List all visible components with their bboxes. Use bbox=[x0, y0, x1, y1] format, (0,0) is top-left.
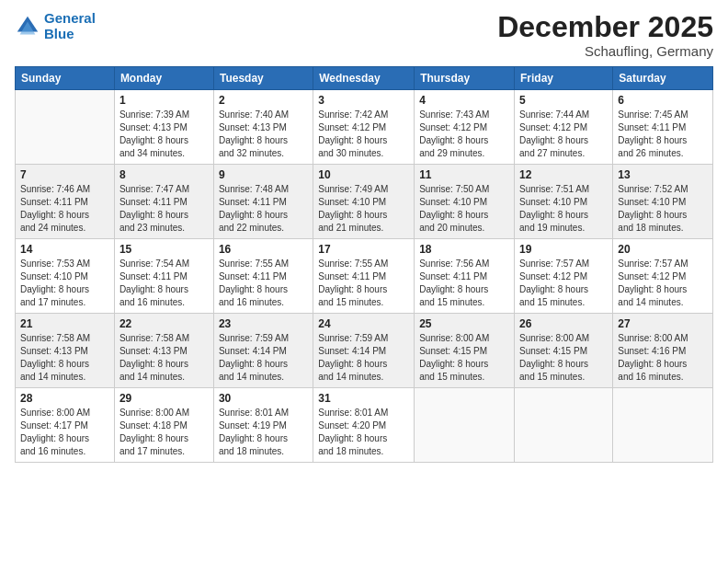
day-info: Sunrise: 7:47 AM Sunset: 4:11 PM Dayligh… bbox=[119, 183, 209, 235]
day-number: 14 bbox=[20, 243, 109, 256]
day-info: Sunrise: 8:00 AM Sunset: 4:17 PM Dayligh… bbox=[20, 407, 109, 458]
day-number: 4 bbox=[419, 94, 509, 107]
day-info: Sunrise: 7:57 AM Sunset: 4:12 PM Dayligh… bbox=[519, 258, 608, 309]
day-info: Sunrise: 7:48 AM Sunset: 4:11 PM Dayligh… bbox=[219, 183, 308, 235]
day-cell: 22Sunrise: 7:58 AM Sunset: 4:13 PM Dayli… bbox=[114, 314, 213, 388]
day-cell: 10Sunrise: 7:49 AM Sunset: 4:10 PM Dayli… bbox=[313, 165, 415, 239]
day-info: Sunrise: 7:55 AM Sunset: 4:11 PM Dayligh… bbox=[318, 258, 409, 309]
day-number: 2 bbox=[219, 94, 308, 107]
day-number: 24 bbox=[318, 317, 409, 330]
day-info: Sunrise: 7:55 AM Sunset: 4:11 PM Dayligh… bbox=[219, 258, 308, 309]
day-cell: 26Sunrise: 8:00 AM Sunset: 4:15 PM Dayli… bbox=[515, 314, 613, 388]
logo-text: General Blue bbox=[44, 11, 96, 41]
day-header-monday: Monday bbox=[114, 67, 213, 90]
day-info: Sunrise: 7:56 AM Sunset: 4:11 PM Dayligh… bbox=[419, 258, 509, 309]
day-info: Sunrise: 7:58 AM Sunset: 4:13 PM Dayligh… bbox=[20, 332, 109, 384]
day-info: Sunrise: 7:49 AM Sunset: 4:10 PM Dayligh… bbox=[318, 183, 409, 235]
day-info: Sunrise: 8:00 AM Sunset: 4:16 PM Dayligh… bbox=[618, 332, 708, 384]
day-header-thursday: Thursday bbox=[415, 67, 515, 90]
day-cell: 17Sunrise: 7:55 AM Sunset: 4:11 PM Dayli… bbox=[313, 239, 415, 314]
day-cell bbox=[16, 90, 115, 165]
day-number: 31 bbox=[318, 392, 409, 405]
day-info: Sunrise: 7:53 AM Sunset: 4:10 PM Dayligh… bbox=[20, 258, 109, 309]
day-info: Sunrise: 7:51 AM Sunset: 4:10 PM Dayligh… bbox=[519, 183, 608, 235]
day-cell: 5Sunrise: 7:44 AM Sunset: 4:12 PM Daylig… bbox=[515, 90, 613, 165]
day-info: Sunrise: 8:00 AM Sunset: 4:18 PM Dayligh… bbox=[119, 407, 209, 458]
logo: General Blue bbox=[15, 11, 96, 41]
day-cell: 3Sunrise: 7:42 AM Sunset: 4:12 PM Daylig… bbox=[313, 90, 415, 165]
day-number: 20 bbox=[618, 243, 708, 256]
day-info: Sunrise: 7:42 AM Sunset: 4:12 PM Dayligh… bbox=[318, 109, 409, 160]
day-info: Sunrise: 8:01 AM Sunset: 4:20 PM Dayligh… bbox=[318, 407, 409, 458]
day-cell: 1Sunrise: 7:39 AM Sunset: 4:13 PM Daylig… bbox=[114, 90, 213, 165]
day-number: 15 bbox=[119, 243, 209, 256]
day-cell: 24Sunrise: 7:59 AM Sunset: 4:14 PM Dayli… bbox=[313, 314, 415, 388]
week-row-2: 7Sunrise: 7:46 AM Sunset: 4:11 PM Daylig… bbox=[16, 165, 713, 239]
day-cell: 13Sunrise: 7:52 AM Sunset: 4:10 PM Dayli… bbox=[613, 165, 713, 239]
day-number: 25 bbox=[419, 317, 509, 330]
day-number: 6 bbox=[618, 94, 708, 107]
day-cell bbox=[415, 388, 515, 463]
day-number: 13 bbox=[618, 168, 708, 181]
week-row-1: 1Sunrise: 7:39 AM Sunset: 4:13 PM Daylig… bbox=[16, 90, 713, 165]
day-number: 26 bbox=[519, 317, 608, 330]
day-header-saturday: Saturday bbox=[613, 67, 713, 90]
day-header-wednesday: Wednesday bbox=[313, 67, 415, 90]
day-info: Sunrise: 7:59 AM Sunset: 4:14 PM Dayligh… bbox=[219, 332, 308, 384]
day-cell: 15Sunrise: 7:54 AM Sunset: 4:11 PM Dayli… bbox=[114, 239, 213, 314]
day-header-sunday: Sunday bbox=[16, 67, 115, 90]
day-cell bbox=[613, 388, 713, 463]
day-number: 19 bbox=[519, 243, 608, 256]
day-cell: 31Sunrise: 8:01 AM Sunset: 4:20 PM Dayli… bbox=[313, 388, 415, 463]
day-number: 27 bbox=[618, 317, 708, 330]
day-number: 10 bbox=[318, 168, 409, 181]
day-info: Sunrise: 8:00 AM Sunset: 4:15 PM Dayligh… bbox=[519, 332, 608, 384]
day-number: 5 bbox=[519, 94, 608, 107]
day-cell: 19Sunrise: 7:57 AM Sunset: 4:12 PM Dayli… bbox=[515, 239, 613, 314]
logo-icon bbox=[15, 14, 40, 40]
day-info: Sunrise: 8:00 AM Sunset: 4:15 PM Dayligh… bbox=[419, 332, 509, 384]
day-number: 18 bbox=[419, 243, 509, 256]
day-cell: 18Sunrise: 7:56 AM Sunset: 4:11 PM Dayli… bbox=[415, 239, 515, 314]
day-number: 1 bbox=[119, 94, 209, 107]
day-cell: 7Sunrise: 7:46 AM Sunset: 4:11 PM Daylig… bbox=[16, 165, 115, 239]
day-number: 12 bbox=[519, 168, 608, 181]
day-info: Sunrise: 7:43 AM Sunset: 4:12 PM Dayligh… bbox=[419, 109, 509, 160]
day-cell: 30Sunrise: 8:01 AM Sunset: 4:19 PM Dayli… bbox=[213, 388, 313, 463]
month-title: December 2025 bbox=[497, 11, 713, 43]
day-info: Sunrise: 7:39 AM Sunset: 4:13 PM Dayligh… bbox=[119, 109, 209, 160]
day-number: 9 bbox=[219, 168, 308, 181]
title-block: December 2025 Schaufling, Germany bbox=[497, 11, 713, 59]
day-cell: 2Sunrise: 7:40 AM Sunset: 4:13 PM Daylig… bbox=[213, 90, 313, 165]
day-number: 8 bbox=[119, 168, 209, 181]
day-info: Sunrise: 7:40 AM Sunset: 4:13 PM Dayligh… bbox=[219, 109, 308, 160]
day-cell: 9Sunrise: 7:48 AM Sunset: 4:11 PM Daylig… bbox=[213, 165, 313, 239]
day-info: Sunrise: 7:57 AM Sunset: 4:12 PM Dayligh… bbox=[618, 258, 708, 309]
calendar-header-row: SundayMondayTuesdayWednesdayThursdayFrid… bbox=[16, 67, 713, 90]
day-cell bbox=[515, 388, 613, 463]
day-info: Sunrise: 7:52 AM Sunset: 4:10 PM Dayligh… bbox=[618, 183, 708, 235]
day-cell: 28Sunrise: 8:00 AM Sunset: 4:17 PM Dayli… bbox=[16, 388, 115, 463]
page: General Blue December 2025 Schaufling, G… bbox=[0, 0, 728, 563]
header: General Blue December 2025 Schaufling, G… bbox=[15, 11, 713, 59]
day-cell: 29Sunrise: 8:00 AM Sunset: 4:18 PM Dayli… bbox=[114, 388, 213, 463]
week-row-5: 28Sunrise: 8:00 AM Sunset: 4:17 PM Dayli… bbox=[16, 388, 713, 463]
day-number: 16 bbox=[219, 243, 308, 256]
day-number: 11 bbox=[419, 168, 509, 181]
week-row-4: 21Sunrise: 7:58 AM Sunset: 4:13 PM Dayli… bbox=[16, 314, 713, 388]
day-cell: 21Sunrise: 7:58 AM Sunset: 4:13 PM Dayli… bbox=[16, 314, 115, 388]
day-number: 21 bbox=[20, 317, 109, 330]
day-cell: 20Sunrise: 7:57 AM Sunset: 4:12 PM Dayli… bbox=[613, 239, 713, 314]
day-info: Sunrise: 7:59 AM Sunset: 4:14 PM Dayligh… bbox=[318, 332, 409, 384]
day-info: Sunrise: 7:46 AM Sunset: 4:11 PM Dayligh… bbox=[20, 183, 109, 235]
day-header-tuesday: Tuesday bbox=[213, 67, 313, 90]
calendar-table: SundayMondayTuesdayWednesdayThursdayFrid… bbox=[15, 66, 713, 463]
day-cell: 6Sunrise: 7:45 AM Sunset: 4:11 PM Daylig… bbox=[613, 90, 713, 165]
day-cell: 12Sunrise: 7:51 AM Sunset: 4:10 PM Dayli… bbox=[515, 165, 613, 239]
day-number: 23 bbox=[219, 317, 308, 330]
day-cell: 11Sunrise: 7:50 AM Sunset: 4:10 PM Dayli… bbox=[415, 165, 515, 239]
day-number: 22 bbox=[119, 317, 209, 330]
day-number: 7 bbox=[20, 168, 109, 181]
day-cell: 27Sunrise: 8:00 AM Sunset: 4:16 PM Dayli… bbox=[613, 314, 713, 388]
day-number: 3 bbox=[318, 94, 409, 107]
